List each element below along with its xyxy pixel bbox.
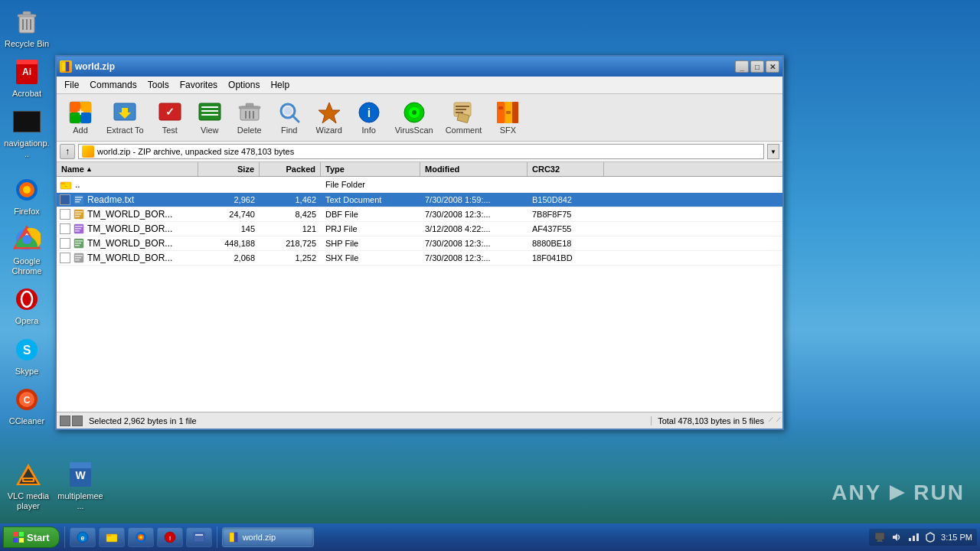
desktop-icon-skype[interactable]: S Skype: [2, 331, 51, 380]
svg-point-11: [23, 186, 31, 194]
toolbar-view[interactable]: View: [191, 97, 229, 138]
extract-label: Extract To: [106, 126, 144, 135]
taskbar-explorer[interactable]: [99, 527, 125, 547]
svg-rect-92: [75, 255, 83, 256]
firefox-taskbar-icon: [135, 531, 147, 543]
svg-text:e: e: [80, 534, 84, 542]
desktop-icon-navigation[interactable]: navigationp...: [2, 103, 51, 161]
file-checkbox-readme[interactable]: [60, 194, 70, 205]
winrar-window: world.zip _ □ ✕ File Commands Tools Favo…: [55, 55, 784, 430]
desktop-icon-recycle-bin[interactable]: Recycle Bin: [2, 4, 51, 52]
file-list[interactable]: .. .. File Folder Readme.txt 2,962: [57, 177, 782, 412]
toolbar-info[interactable]: i Info: [350, 97, 388, 138]
toolbar-delete[interactable]: Delete: [230, 97, 269, 138]
col-header-crc[interactable]: CRC32: [528, 162, 604, 176]
resize-handle[interactable]: ⟋⟋: [767, 415, 779, 427]
menu-help[interactable]: Help: [266, 78, 294, 92]
desktop-icon-ccleaner[interactable]: C CCleaner: [2, 381, 51, 429]
antivirus-taskbar-icon: !: [164, 531, 176, 543]
anyrun-play-icon: [886, 481, 909, 504]
minimize-button[interactable]: _: [735, 60, 749, 73]
menu-tools[interactable]: Tools: [143, 78, 174, 92]
menu-favorites[interactable]: Favorites: [175, 78, 222, 92]
file-checkbox-file3[interactable]: [60, 223, 70, 234]
desktop-icon-word[interactable]: W multiplemee...: [56, 456, 105, 514]
status-selected: Selected 2,962 bytes in 1 file: [89, 416, 648, 425]
other-taskbar-icon: [193, 531, 205, 543]
taskbar-antivirus[interactable]: !: [157, 527, 183, 547]
col-header-size[interactable]: Size: [198, 162, 260, 176]
file-checkbox-file2[interactable]: [60, 209, 70, 220]
menu-commands[interactable]: Commands: [85, 78, 141, 92]
svg-text:i: i: [367, 106, 370, 119]
file-checkbox-file5[interactable]: [60, 253, 70, 263]
recycle-bin-label: Recycle Bin: [5, 39, 49, 49]
restore-button[interactable]: □: [750, 60, 764, 73]
taskbar-firefox[interactable]: [128, 527, 154, 547]
tray-monitor-icon[interactable]: [874, 531, 886, 543]
desktop-icon-opera[interactable]: Opera: [2, 281, 51, 329]
view-label: View: [201, 126, 219, 135]
find-label: Find: [281, 126, 297, 135]
file-row-readme[interactable]: Readme.txt 2,962 1,462 Text Document 7/3…: [57, 193, 782, 207]
file-name-cell-file2: TM_WORLD_BOR...: [57, 207, 198, 221]
status-bar: Selected 2,962 bytes in 1 file Total 478…: [57, 412, 782, 429]
address-dropdown-button[interactable]: ▼: [767, 144, 779, 159]
svg-rect-97: [19, 532, 24, 536]
desktop-icon-acrobat[interactable]: Ai Acrobat: [2, 54, 51, 102]
toolbar-extract[interactable]: Extract To: [101, 97, 149, 138]
taskbar-separator: [64, 527, 65, 548]
file-row-file3[interactable]: TM_WORLD_BOR... 145 121 PRJ File 3/12/20…: [57, 222, 782, 236]
toolbar-find[interactable]: Find: [270, 97, 309, 138]
taskbar-ie[interactable]: e: [70, 527, 96, 547]
col-header-type[interactable]: Type: [321, 162, 420, 176]
tray-security-icon[interactable]: [924, 531, 936, 543]
file-row-parent[interactable]: .. .. File Folder: [57, 177, 782, 193]
col-header-packed[interactable]: Packed: [260, 162, 321, 176]
toolbar-test[interactable]: ✓ Test: [151, 97, 189, 138]
svg-rect-119: [916, 533, 919, 541]
window-controls: _ □ ✕: [735, 60, 779, 73]
desktop-icon-vlc[interactable]: VLC media player: [4, 456, 53, 514]
menu-file[interactable]: File: [60, 78, 83, 92]
close-button[interactable]: ✕: [766, 60, 779, 73]
file-row-file2[interactable]: TM_WORLD_BOR... 24,740 8,425 DBF File 7/…: [57, 207, 782, 222]
col-header-name[interactable]: Name ▲: [57, 162, 198, 176]
word-label: multiplemee...: [57, 491, 103, 511]
title-bar-left: world.zip: [60, 60, 115, 73]
file-type-icon-file3: [74, 223, 84, 234]
menu-options[interactable]: Options: [224, 78, 264, 92]
svg-rect-80: [75, 211, 83, 213]
svg-rect-30: [66, 62, 69, 71]
address-display[interactable]: world.zip - ZIP archive, unpacked size 4…: [78, 144, 764, 159]
toolbar-virusscan[interactable]: VirusScan: [390, 97, 439, 138]
desktop-icon-firefox[interactable]: Firefox: [2, 171, 51, 220]
recycle-bin-icon: [11, 7, 42, 37]
toolbar-add[interactable]: + Add: [61, 97, 100, 138]
system-clock[interactable]: 3:15 PM: [941, 533, 972, 542]
file-checkbox-file4[interactable]: [60, 238, 70, 249]
info-label: Info: [362, 126, 376, 135]
taskbar-other[interactable]: [186, 527, 212, 547]
file-row-file4[interactable]: TM_WORLD_BOR... 448,188 218,725 SHP File…: [57, 236, 782, 251]
svg-rect-67: [497, 102, 505, 123]
svg-rect-70: [498, 106, 503, 109]
skype-label: Skype: [15, 367, 39, 377]
svg-rect-44: [201, 106, 218, 108]
tray-network-icon[interactable]: [907, 531, 920, 543]
navigate-up-button[interactable]: ↑: [60, 144, 75, 159]
acrobat-icon: Ai: [11, 57, 42, 87]
svg-point-106: [139, 536, 142, 539]
col-header-modified[interactable]: Modified: [420, 162, 528, 176]
ccleaner-label: CCleaner: [9, 416, 44, 426]
skype-icon: S: [11, 334, 42, 365]
start-button[interactable]: Start: [3, 527, 60, 548]
toolbar-comment[interactable]: Comment: [440, 97, 488, 138]
taskbar-winrar-button[interactable]: world.zip: [222, 527, 314, 547]
toolbar-sfx[interactable]: SFX: [488, 97, 527, 138]
desktop-icon-chrome[interactable]: Google Chrome: [2, 221, 51, 279]
file-row-file5[interactable]: TM_WORLD_BOR... 2,068 1,252 SHX File 7/3…: [57, 251, 782, 266]
toolbar-wizard[interactable]: Wizard: [310, 97, 348, 138]
tray-speaker-icon[interactable]: [890, 531, 903, 543]
wizard-icon: [317, 100, 341, 125]
